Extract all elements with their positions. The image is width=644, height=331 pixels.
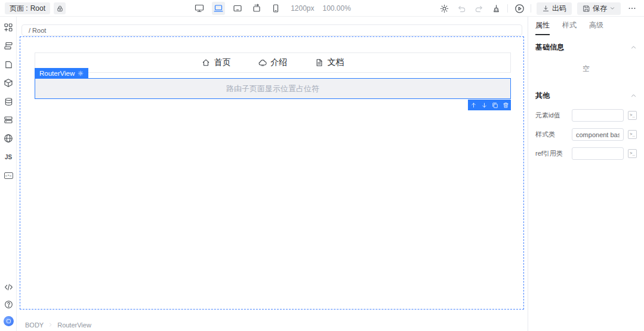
routerview-component[interactable]: 路由子页面显示位置占位符: [35, 78, 511, 99]
sidebar-item-network[interactable]: [3, 133, 14, 144]
cube-icon: [4, 78, 13, 88]
selected-component-name: RouterView: [39, 70, 75, 77]
nav-item-docs[interactable]: 文档: [315, 57, 344, 68]
database-icon: [4, 97, 13, 106]
sidebar-bottom-group: [0, 281, 17, 326]
tab-style[interactable]: 样式: [562, 17, 577, 35]
mini-badge-icon: >*<: [4, 172, 13, 179]
redo-button[interactable]: [473, 2, 485, 14]
other-section-title: 其他: [535, 91, 550, 101]
node-path-item[interactable]: RouterView: [57, 321, 91, 329]
chevron-up-icon: [630, 92, 637, 99]
nav-component[interactable]: 首页 介绍 文档: [35, 52, 511, 73]
node-path-item[interactable]: BODY: [25, 321, 44, 329]
toolbar-divider: [531, 4, 531, 13]
zoom-level-value: 100.00%: [323, 4, 351, 13]
sidebar-item-database[interactable]: [3, 96, 14, 107]
open-code-editor-button[interactable]: >_: [628, 111, 637, 120]
delete-button[interactable]: [500, 100, 511, 110]
arrow-down-icon: [481, 102, 488, 109]
chevron-down-icon: [609, 5, 615, 11]
nav-item-label: 首页: [214, 57, 231, 68]
route-breadcrumb-text: / Root: [29, 27, 46, 34]
more-button[interactable]: [626, 2, 638, 14]
field-style-class: 样式类 >_: [535, 128, 637, 141]
undo-icon: [457, 4, 466, 13]
field-ref-class: ref引用类 >_: [535, 147, 637, 160]
export-code-button[interactable]: 出码: [537, 2, 572, 15]
sidebar-item-javascript[interactable]: JS: [3, 151, 14, 162]
component-action-toolbar: [468, 100, 511, 110]
gear-icon[interactable]: [78, 70, 84, 76]
page-outline[interactable]: 首页 介绍 文档 RouterView 路由子页面显示位置占位符: [20, 36, 524, 310]
move-up-button[interactable]: [468, 100, 479, 110]
routerview-placeholder-text: 路由子页面显示位置占位符: [226, 83, 319, 94]
sidebar-item-server[interactable]: [3, 115, 14, 125]
sun-icon: [440, 4, 449, 13]
nav-item-home[interactable]: 首页: [202, 57, 231, 68]
open-code-editor-button[interactable]: >_: [628, 149, 637, 158]
node-path-statusbar: BODY RouterView: [17, 318, 527, 331]
nav-item-label: 文档: [328, 57, 344, 68]
sidebar-top-group: JS >*<: [0, 22, 17, 181]
selected-component-tag[interactable]: RouterView: [35, 68, 88, 78]
sidebar-item-miniapp[interactable]: >*<: [3, 170, 14, 181]
device-tablet-button[interactable]: [231, 2, 244, 15]
field-element-id: 元素id值 >_: [535, 109, 637, 122]
desktop-icon: [195, 4, 204, 13]
tab-advanced[interactable]: 高级: [589, 17, 603, 35]
nav-item-intro[interactable]: 介绍: [258, 57, 288, 68]
user-avatar[interactable]: [4, 316, 14, 326]
basic-info-section-header[interactable]: 基础信息: [535, 40, 637, 54]
properties-panel: 属性 样式 高级 基础信息 空 其他 元素id值 >_ 样式类 >_ ref引用…: [528, 17, 644, 331]
sidebar-item-components[interactable]: [3, 22, 14, 33]
download-icon: [542, 5, 550, 13]
route-breadcrumb[interactable]: / Root: [21, 24, 522, 36]
chevron-up-icon: [630, 44, 637, 51]
device-rotate-button[interactable]: [250, 2, 263, 15]
preview-button[interactable]: [513, 2, 525, 14]
play-circle-icon: [514, 4, 525, 14]
save-label: 保存: [593, 4, 607, 14]
avatar-glyph: [7, 319, 11, 323]
document-icon: [315, 58, 323, 67]
device-laptop-button[interactable]: [212, 2, 225, 15]
element-id-input[interactable]: [572, 109, 624, 122]
layers-tree-icon: [4, 41, 13, 51]
component-library-icon: [4, 23, 13, 32]
page-icon: [4, 60, 13, 69]
theme-toggle-button[interactable]: [438, 2, 450, 14]
sidebar-item-help[interactable]: [3, 299, 14, 310]
export-code-label: 出码: [552, 4, 566, 14]
open-code-editor-button[interactable]: >_: [628, 130, 637, 139]
trash-icon: [503, 102, 509, 109]
topbar: 页面 : Root: [0, 0, 644, 17]
sidebar-item-pages[interactable]: [3, 59, 14, 70]
other-section-header[interactable]: 其他: [535, 88, 637, 103]
clear-button[interactable]: [490, 2, 502, 14]
save-button[interactable]: 保存: [577, 2, 621, 15]
globe-icon: [4, 134, 13, 143]
topbar-right-group: 出码 保存: [438, 0, 638, 17]
js-icon: JS: [5, 154, 12, 160]
laptop-icon: [214, 4, 223, 13]
sidebar-item-datasource[interactable]: [3, 78, 14, 88]
tab-props[interactable]: 属性: [535, 17, 550, 35]
field-label: 元素id值: [535, 111, 572, 120]
field-label: ref引用类: [535, 149, 572, 158]
device-desktop-button[interactable]: [193, 2, 206, 15]
undo-button[interactable]: [455, 2, 467, 14]
sidebar-item-layers[interactable]: [3, 41, 14, 51]
copy-button[interactable]: [489, 100, 500, 110]
save-icon: [583, 5, 590, 13]
server-stack-icon: [4, 115, 13, 125]
style-class-input[interactable]: [572, 128, 624, 141]
help-icon: [4, 300, 13, 309]
device-mobile-button[interactable]: [269, 2, 282, 15]
chevron-right-icon: [48, 322, 53, 327]
sidebar-item-source-code[interactable]: [3, 281, 14, 292]
ref-class-input[interactable]: [572, 147, 624, 160]
redo-icon: [474, 4, 483, 13]
nav-item-label: 介绍: [271, 57, 288, 68]
move-down-button[interactable]: [479, 100, 489, 110]
